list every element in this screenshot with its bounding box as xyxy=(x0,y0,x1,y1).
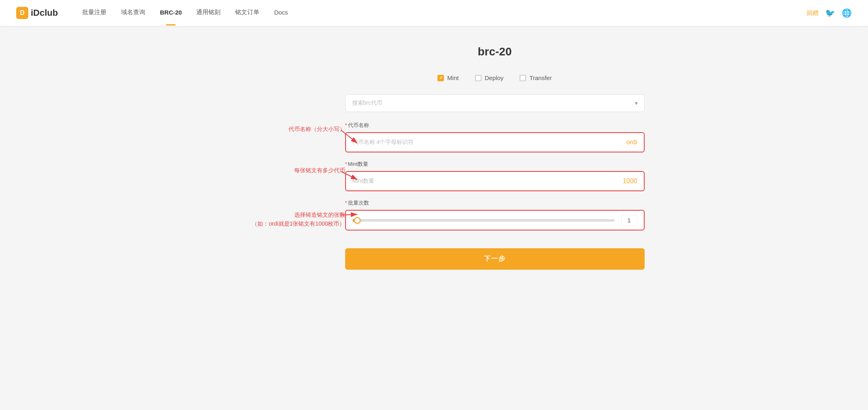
nav-item-docs[interactable]: Docs xyxy=(274,9,288,17)
nav-item-batch-register[interactable]: 批量注册 xyxy=(82,8,106,18)
nav-item-inscription-orders[interactable]: 铭文订单 xyxy=(235,8,259,18)
svg-line-1 xyxy=(341,171,357,180)
tab-transfer-checkbox[interactable] xyxy=(520,75,526,81)
nav-item-domain-query[interactable]: 域名查询 xyxy=(121,8,145,18)
tab-deploy-checkbox[interactable] xyxy=(475,75,482,81)
tab-deploy-label: Deploy xyxy=(485,74,504,81)
tab-mint-label: Mint xyxy=(447,74,458,81)
annotation-currency-text: 代币名称（分大小写） xyxy=(289,125,345,133)
annotation-batch-text: 选择铸造铭文的张数 xyxy=(252,210,345,219)
tab-transfer[interactable]: Transfer xyxy=(520,74,552,81)
nav-item-general-inscribe[interactable]: 通用铭刻 xyxy=(196,8,221,18)
annotation-batch-note: （如：ordi就是1张铭文有1000枚币） xyxy=(252,219,345,228)
tab-mint[interactable]: Mint xyxy=(437,74,458,81)
slider-number: 1 xyxy=(621,215,637,226)
logo-text: iDclub xyxy=(31,8,58,18)
slider-track[interactable] xyxy=(352,219,615,222)
page-title: brc-20 xyxy=(345,45,645,58)
nav-item-brc20[interactable]: BRC-20 xyxy=(160,9,182,17)
donate-link[interactable]: 捐赠 xyxy=(806,9,819,17)
currency-name-value: ordi xyxy=(626,139,637,146)
navbar-right: 捐赠 🐦 🌐 xyxy=(806,8,852,18)
currency-name-field: *代币名称 代币名称 4个字母标识符 ordi xyxy=(345,122,645,152)
tab-mint-checkbox[interactable] xyxy=(437,75,444,81)
search-dropdown[interactable]: 搜索brc代币 ▾ xyxy=(345,94,645,112)
slider-thumb[interactable] xyxy=(354,217,361,224)
logo[interactable]: D iDclub xyxy=(16,7,58,19)
batch-count-field: *批量次数 1 xyxy=(345,199,645,230)
currency-name-label: *代币名称 xyxy=(345,122,645,129)
logo-icon: D xyxy=(16,7,28,19)
navbar: D iDclub 批量注册 域名查询 BRC-20 通用铭刻 铭文订单 Docs… xyxy=(0,0,868,26)
mint-amount-placeholder: Mint数量 xyxy=(352,178,623,185)
svg-line-0 xyxy=(341,130,357,143)
batch-count-slider-wrapper[interactable]: 1 xyxy=(345,210,645,230)
form-section: 搜索brc代币 ▾ *代币名称 代币名称 4个字母标识符 ordi xyxy=(345,94,645,270)
tab-row: Mint Deploy Transfer xyxy=(345,74,645,81)
svg-line-2 xyxy=(341,214,357,215)
mint-amount-value: 1000 xyxy=(623,178,637,185)
currency-name-input-wrapper[interactable]: 代币名称 4个字母标识符 ordi xyxy=(345,132,645,152)
chevron-down-icon: ▾ xyxy=(635,100,638,106)
next-button[interactable]: 下一步 xyxy=(345,248,645,270)
mint-amount-input-wrapper[interactable]: Mint数量 1000 xyxy=(345,171,645,191)
mint-amount-field: *Mint数量 Mint数量 1000 xyxy=(345,161,645,191)
main-nav: 批量注册 域名查询 BRC-20 通用铭刻 铭文订单 Docs xyxy=(82,8,806,18)
currency-name-placeholder: 代币名称 4个字母标识符 xyxy=(352,139,626,146)
batch-count-label: *批量次数 xyxy=(345,199,645,207)
annotations-left: 代币名称（分大小写） 每张铭文有多少代币 选择铸造铭文的张数 （如：ordi就是… xyxy=(224,45,345,270)
main-content: brc-20 Mint Deploy Transfer xyxy=(345,45,645,270)
tab-transfer-label: Transfer xyxy=(529,74,552,81)
globe-icon[interactable]: 🌐 xyxy=(842,8,852,18)
mint-amount-label: *Mint数量 xyxy=(345,161,645,168)
tab-deploy[interactable]: Deploy xyxy=(475,74,504,81)
twitter-icon[interactable]: 🐦 xyxy=(825,8,835,18)
annotation-arrows xyxy=(337,45,361,288)
annotation-batch-count: 选择铸造铭文的张数 （如：ordi就是1张铭文有1000枚币） xyxy=(252,210,345,228)
annotation-currency-name: 代币名称（分大小写） xyxy=(289,125,345,133)
